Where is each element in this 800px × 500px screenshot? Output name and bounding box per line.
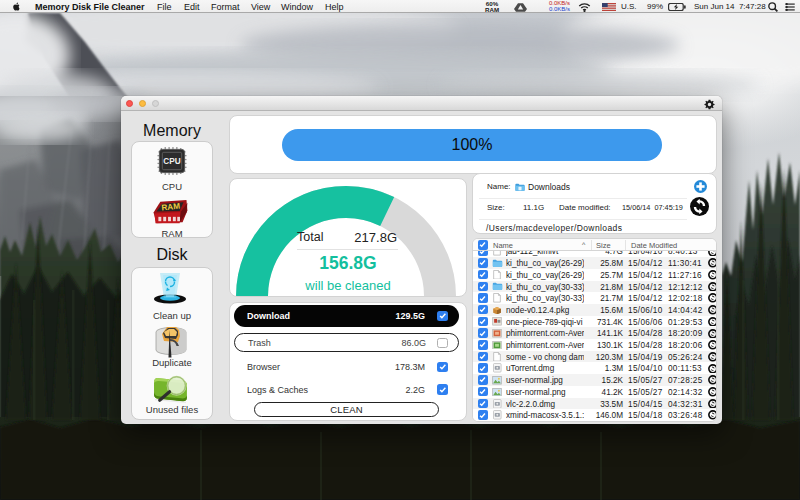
- svg-text:CPU: CPU: [163, 157, 180, 166]
